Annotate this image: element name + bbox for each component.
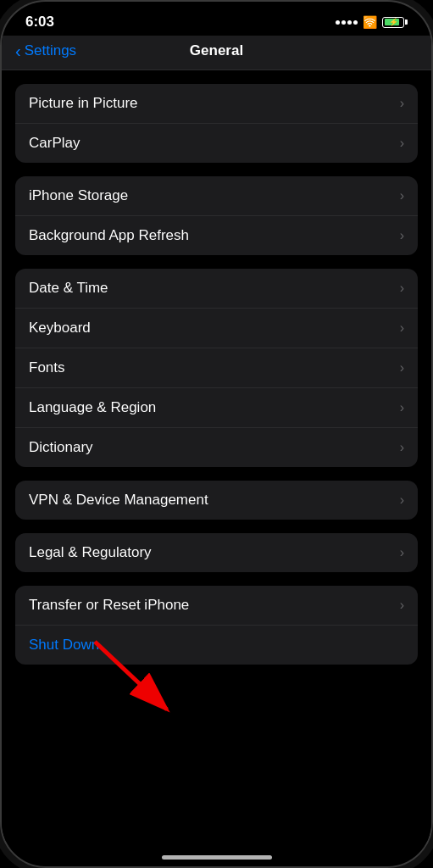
status-time: 6:03 [25, 14, 54, 31]
dictionary-chevron-icon: › [400, 440, 404, 455]
transfer-reset-chevron-icon: › [400, 598, 404, 613]
picture-in-picture-chevron-icon: › [400, 96, 404, 111]
nav-header: ‹ Settings General [2, 36, 431, 70]
transfer-reset-label: Transfer or Reset iPhone [29, 597, 189, 614]
dictionary-label: Dictionary [29, 439, 93, 456]
back-button[interactable]: ‹ Settings [15, 42, 76, 61]
settings-group-2: iPhone Storage › Background App Refresh … [15, 176, 418, 255]
iphone-storage-chevron-icon: › [400, 188, 404, 203]
settings-item-keyboard[interactable]: Keyboard › [15, 309, 418, 348]
vpn-device-management-label: VPN & Device Management [29, 492, 208, 509]
settings-item-carplay[interactable]: CarPlay › [15, 124, 418, 163]
settings-item-dictionary[interactable]: Dictionary › [15, 428, 418, 467]
page-title: General [190, 42, 243, 59]
language-region-label: Language & Region [29, 399, 156, 416]
phone-screen: 6:03 🛜 ⚡ [2, 2, 431, 866]
settings-content: Picture in Picture › CarPlay › iPhone St… [2, 70, 431, 842]
settings-group-5: Legal & Regulatory › [15, 533, 418, 572]
signal-dots-icon [336, 20, 358, 25]
back-chevron-icon: ‹ [15, 42, 21, 61]
picture-in-picture-label: Picture in Picture [29, 95, 138, 112]
shutdown-label: Shut Down [29, 637, 99, 654]
notch [149, 2, 285, 31]
settings-item-legal-regulatory[interactable]: Legal & Regulatory › [15, 533, 418, 572]
settings-item-vpn-device-management[interactable]: VPN & Device Management › [15, 481, 418, 520]
settings-item-iphone-storage[interactable]: iPhone Storage › [15, 176, 418, 216]
iphone-storage-label: iPhone Storage [29, 187, 128, 204]
wifi-icon: 🛜 [363, 15, 377, 29]
settings-item-date-time[interactable]: Date & Time › [15, 269, 418, 309]
settings-group-3: Date & Time › Keyboard › Fonts › Languag… [15, 269, 418, 467]
legal-regulatory-label: Legal & Regulatory [29, 544, 152, 561]
fonts-label: Fonts [29, 359, 65, 376]
shutdown-item[interactable]: Shut Down [15, 626, 418, 665]
carplay-label: CarPlay [29, 135, 80, 152]
background-app-refresh-chevron-icon: › [400, 228, 404, 243]
status-icons: 🛜 ⚡ [336, 15, 408, 29]
battery-icon: ⚡ [382, 17, 408, 28]
settings-item-background-app-refresh[interactable]: Background App Refresh › [15, 216, 418, 255]
settings-item-fonts[interactable]: Fonts › [15, 348, 418, 388]
settings-item-language-region[interactable]: Language & Region › [15, 388, 418, 428]
settings-item-picture-in-picture[interactable]: Picture in Picture › [15, 84, 418, 124]
vpn-device-management-chevron-icon: › [400, 492, 404, 508]
settings-group-6: Transfer or Reset iPhone › Shut Down [15, 586, 418, 665]
settings-item-transfer-reset[interactable]: Transfer or Reset iPhone › [15, 586, 418, 626]
keyboard-label: Keyboard [29, 320, 91, 337]
date-time-label: Date & Time [29, 280, 108, 297]
fonts-chevron-icon: › [400, 360, 404, 376]
legal-regulatory-chevron-icon: › [400, 545, 404, 560]
settings-group-4: VPN & Device Management › [15, 481, 418, 520]
settings-group-1: Picture in Picture › CarPlay › [15, 84, 418, 163]
date-time-chevron-icon: › [400, 281, 404, 296]
phone-frame: 6:03 🛜 ⚡ [0, 0, 433, 868]
back-label: Settings [25, 42, 76, 59]
language-region-chevron-icon: › [400, 400, 404, 415]
keyboard-chevron-icon: › [400, 320, 404, 336]
home-indicator [162, 855, 272, 860]
carplay-chevron-icon: › [400, 136, 404, 151]
background-app-refresh-label: Background App Refresh [29, 227, 189, 244]
